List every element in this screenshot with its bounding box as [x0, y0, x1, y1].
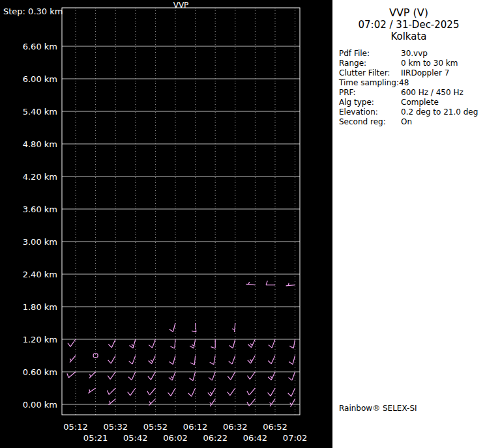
svg-text:05:52: 05:52 — [143, 422, 168, 432]
svg-text:3.00 km: 3.00 km — [23, 237, 57, 247]
param-label: Second reg: — [339, 117, 401, 127]
wind-barbs — [67, 281, 295, 407]
param-label: Range: — [339, 59, 401, 68]
param-value: 600 Hz / 450 Hz — [401, 88, 463, 97]
param-value: Complete — [401, 98, 439, 107]
param-row: Clutter Filter:IIRDoppler 7 — [339, 68, 485, 78]
svg-text:06:42: 06:42 — [243, 433, 267, 443]
info-header: VVP (V) 07:02 / 31-Dec-2025 Kolkata — [332, 7, 485, 42]
svg-text:6.00 km: 6.00 km — [23, 74, 57, 84]
svg-text:5.40 km: 5.40 km — [23, 107, 57, 117]
param-row: Pdf File:30.vvp — [339, 49, 485, 59]
svg-text:0.00 km: 0.00 km — [23, 400, 57, 410]
svg-text:0.60 km: 0.60 km — [23, 367, 57, 377]
svg-text:06:12: 06:12 — [183, 422, 207, 432]
panel-datetime: 07:02 / 31-Dec-2025 — [332, 19, 485, 31]
svg-text:1.20 km: 1.20 km — [23, 335, 57, 344]
svg-text:4.80 km: 4.80 km — [23, 139, 57, 149]
param-row: Time sampling:48 — [339, 78, 485, 88]
param-value: On — [401, 117, 412, 126]
wind-profile-plot: 6.60 km6.00 km5.40 km4.80 km4.20 km3.60 … — [0, 0, 332, 448]
vvp-application-window: Step: 0.30 km VVP 6.60 km6.00 km5.40 km4… — [0, 0, 485, 448]
panel-station: Kolkata — [332, 31, 485, 42]
svg-text:06:32: 06:32 — [223, 422, 247, 432]
svg-text:1.80 km: 1.80 km — [23, 302, 57, 312]
parameter-list: Pdf File:30.vvpRange:0 km to 30 kmClutte… — [339, 49, 485, 127]
info-panel: VVP (V) 07:02 / 31-Dec-2025 Kolkata Pdf … — [332, 0, 485, 448]
svg-text:06:22: 06:22 — [203, 433, 227, 443]
param-row: Range:0 km to 30 km — [339, 59, 485, 68]
svg-text:06:02: 06:02 — [163, 433, 187, 443]
param-label: PRF: — [339, 88, 401, 98]
param-row: PRF:600 Hz / 450 Hz — [339, 88, 485, 98]
param-label: Clutter Filter: — [339, 68, 401, 78]
svg-text:05:42: 05:42 — [123, 433, 147, 443]
chart-pane: Step: 0.30 km VVP 6.60 km6.00 km5.40 km4… — [0, 0, 332, 448]
param-value: 0 km to 30 km — [401, 59, 458, 68]
svg-text:05:21: 05:21 — [83, 433, 108, 443]
svg-text:3.60 km: 3.60 km — [23, 204, 57, 214]
panel-title: VVP (V) — [332, 7, 485, 19]
svg-text:07:02: 07:02 — [283, 433, 307, 443]
svg-text:05:32: 05:32 — [103, 422, 127, 432]
param-row: Second reg:On — [339, 117, 485, 127]
param-value: IIRDoppler 7 — [401, 68, 449, 77]
param-label: Elevation: — [339, 107, 401, 117]
svg-text:05:12: 05:12 — [63, 422, 87, 432]
brand-label: Rainbow® SELEX-SI — [339, 404, 417, 413]
svg-text:6.60 km: 6.60 km — [23, 42, 57, 51]
param-value: 30.vvp — [401, 49, 428, 58]
param-label: Alg type: — [339, 98, 401, 107]
param-label: Time sampling: — [339, 78, 399, 88]
svg-text:4.20 km: 4.20 km — [23, 172, 57, 182]
svg-text:06:52: 06:52 — [263, 422, 287, 432]
param-value: 0.2 deg to 21.0 deg — [401, 107, 478, 117]
param-value: 48 — [399, 78, 409, 87]
param-label: Pdf File: — [339, 49, 401, 59]
svg-text:2.40 km: 2.40 km — [23, 270, 57, 279]
param-row: Alg type:Complete — [339, 98, 485, 107]
param-row: Elevation:0.2 deg to 21.0 deg — [339, 107, 485, 117]
